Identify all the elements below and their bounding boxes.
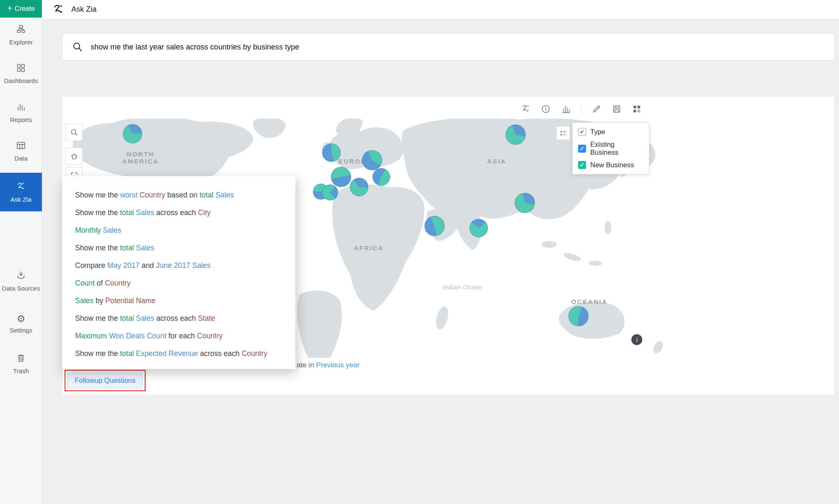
suggestion-segment: total <box>200 191 216 199</box>
home-icon <box>70 152 78 161</box>
sidebar-item-label: Ask Zia <box>10 196 31 203</box>
zia-suggestions-panel: Show me the worst Country based on total… <box>62 176 295 369</box>
suggestion-item[interactable]: Show me the total Sales across each City <box>75 204 295 221</box>
sidebar-item-data[interactable]: Data <box>0 140 42 162</box>
map-pie-marker[interactable] <box>469 219 488 237</box>
sidebar-item-ask-zia[interactable]: Ask Zia <box>0 173 42 211</box>
sidebar-item-data-sources[interactable]: Data Sources <box>0 270 42 292</box>
topbar: Ask Zia <box>42 0 839 19</box>
legend-title: Type <box>590 128 605 136</box>
suggestion-item[interactable]: Sales by Potential Name <box>75 292 295 309</box>
suggestion-segment: May 2017 <box>107 261 140 270</box>
edit-icon[interactable] <box>591 104 602 114</box>
sidebar-item-dashboards[interactable]: Dashboards <box>0 63 42 84</box>
sidebar-item-explorer[interactable]: Explorer <box>0 24 42 46</box>
legend-row-new-business[interactable]: ✓ New Business <box>578 161 644 169</box>
map-pie-marker[interactable] <box>322 184 338 200</box>
type-checkbox[interactable]: ✓ <box>578 128 586 136</box>
suggestion-segment: across each <box>198 349 242 358</box>
map-home-button[interactable] <box>65 148 83 165</box>
map-pie-marker[interactable] <box>362 150 382 170</box>
suggestion-segment: Country <box>242 349 267 358</box>
red-annotation-box: Followup Questions <box>65 370 146 391</box>
map-pie-marker[interactable] <box>515 193 535 213</box>
add-to-dashboard-icon[interactable] <box>632 104 642 114</box>
suggestion-segment: Sales <box>75 296 94 305</box>
sidebar-item-trash[interactable]: Trash <box>0 353 42 374</box>
suggestion-segment: Show me the <box>75 244 120 252</box>
sidebar-item-label: Dashboards <box>4 77 38 84</box>
legend-row-type[interactable]: ✓ Type <box>578 128 644 136</box>
plus-icon: + <box>7 4 12 13</box>
suggestion-item[interactable]: Maximum Won Deals Count for each Country <box>75 327 295 345</box>
suggestion-segment: Country <box>140 191 165 199</box>
map-attribution-info-icon[interactable]: i <box>631 334 642 345</box>
zia-icon <box>16 182 26 193</box>
sidebar-item-settings[interactable]: ⚙ Settings <box>0 314 42 334</box>
dashboards-icon <box>16 63 26 74</box>
suggestion-segment: of <box>95 279 105 287</box>
suggestion-segment: Country <box>197 332 223 340</box>
map-pie-marker[interactable] <box>373 168 390 186</box>
legend-item-label: Existing Business <box>590 140 644 156</box>
suggestion-segment: total <box>120 349 136 358</box>
report-caption: ate in Previous year <box>297 361 360 369</box>
sidebar-item-label: Data Sources <box>2 285 40 292</box>
sidebar-item-label: Explorer <box>9 39 33 46</box>
map-search-button[interactable] <box>65 124 83 141</box>
suggestion-segment: Country <box>105 279 130 287</box>
suggestion-segment: Show me the <box>75 314 120 322</box>
map-pie-marker[interactable] <box>331 167 351 187</box>
sidebar-item-reports[interactable]: Reports <box>0 102 42 123</box>
sidebar: + Create Explorer Dashboards Reports <box>0 0 42 504</box>
gear-icon: ⚙ <box>17 314 26 324</box>
suggestion-segment: Won Deals Count <box>109 332 167 340</box>
legend-row-existing-business[interactable]: ✓ Existing Business <box>578 140 644 156</box>
map-pie-marker[interactable] <box>123 124 142 143</box>
suggestion-segment: Sales <box>103 226 121 234</box>
map-label-africa: AFRICA <box>354 244 384 252</box>
suggestion-item[interactable]: Count of Country <box>75 274 295 292</box>
map-label-oceania: OCEANIA <box>571 298 608 305</box>
create-button[interactable]: + Create <box>0 0 42 18</box>
map-pie-marker[interactable] <box>350 178 368 196</box>
toolbar-divider <box>581 104 581 114</box>
suggestion-item[interactable]: Show me the total Sales across each Stat… <box>75 309 295 327</box>
suggestion-segment: Expected Revenue <box>136 349 198 358</box>
suggestion-segment: Show me the <box>75 349 120 358</box>
zia-suggestion-icon[interactable] <box>521 104 531 114</box>
existing-business-checkbox[interactable]: ✓ <box>578 145 586 153</box>
reports-icon <box>16 102 26 113</box>
new-business-checkbox[interactable]: ✓ <box>578 161 586 169</box>
map-pie-marker[interactable] <box>505 125 526 145</box>
suggestion-segment: for each <box>167 332 197 340</box>
map-pie-marker[interactable] <box>568 306 589 326</box>
suggestion-segment: total <box>120 208 136 217</box>
save-icon[interactable] <box>612 104 622 114</box>
suggestion-item[interactable]: Show me the worst Country based on total… <box>75 186 295 204</box>
page-title: Ask Zia <box>71 5 96 14</box>
ask-zia-query-input[interactable] <box>90 42 834 52</box>
sidebar-item-label: Trash <box>13 367 29 374</box>
suggestion-item[interactable]: Monthly Sales <box>75 221 295 239</box>
suggestion-segment: Show me the <box>75 191 120 199</box>
suggestion-segment: based on <box>165 191 200 199</box>
suggestion-segment: total <box>120 244 136 252</box>
legend-icon <box>559 129 568 138</box>
suggestion-item[interactable]: Show me the total Sales <box>75 239 295 257</box>
legend-toggle-button[interactable] <box>556 126 570 140</box>
map-pie-marker[interactable] <box>322 143 341 162</box>
chart-type-icon[interactable] <box>561 104 571 114</box>
suggestion-item[interactable]: Show me the total Expected Revenue acros… <box>75 345 295 362</box>
followup-questions-button[interactable]: Followup Questions <box>68 373 143 388</box>
caption-previous-year-link[interactable]: Previous year <box>316 361 360 369</box>
data-sources-icon <box>16 270 26 282</box>
ask-zia-app: + Create Explorer Dashboards Reports <box>0 0 839 504</box>
suggestion-segment: and <box>140 261 156 270</box>
suggestion-item[interactable]: Compare May 2017 and June 2017 Sales <box>75 257 295 274</box>
info-icon[interactable] <box>541 104 551 114</box>
map-pie-marker[interactable] <box>425 216 445 236</box>
explorer-icon <box>16 24 26 36</box>
create-label: Create <box>15 5 35 13</box>
legend-panel: ✓ Type ✓ Existing Business ✓ New Busines… <box>572 122 649 174</box>
